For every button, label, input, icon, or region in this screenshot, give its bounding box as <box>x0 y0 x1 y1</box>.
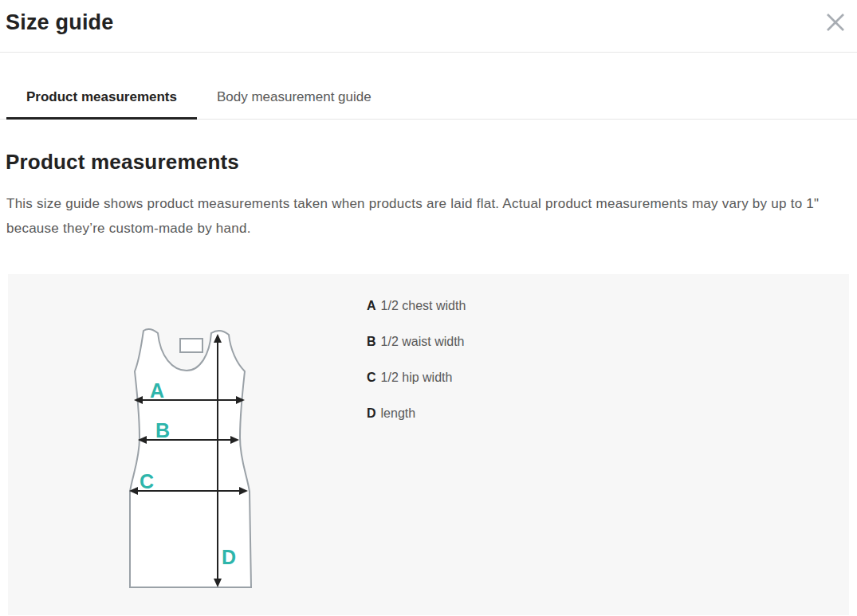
modal-header: Size guide <box>0 0 857 53</box>
neck-label-tag <box>180 339 202 352</box>
size-guide-modal: Size guide Product measurements Body mea… <box>0 0 857 615</box>
marker-letter-a: A <box>150 379 164 402</box>
legend-item-d: Dlength <box>367 406 466 420</box>
legend-text-a: 1/2 chest width <box>381 299 466 312</box>
marker-letter-c: C <box>140 470 154 492</box>
legend-item-b: B1/2 waist width <box>367 335 466 348</box>
garment-diagram: A B C D <box>120 318 279 597</box>
legend-text-c: 1/2 hip width <box>381 371 453 384</box>
tab-product-measurements[interactable]: Product measurements <box>6 89 197 120</box>
legend-key-a: A <box>367 299 376 312</box>
legend-key-d: D <box>367 406 376 420</box>
measurement-legend: A1/2 chest width B1/2 waist width C1/2 h… <box>367 299 466 442</box>
close-icon <box>822 9 849 36</box>
description-text: This size guide shows product measuremen… <box>6 191 820 241</box>
modal-title: Size guide <box>0 0 857 35</box>
legend-item-a: A1/2 chest width <box>367 299 466 312</box>
close-button[interactable] <box>822 9 849 36</box>
marker-letter-d: D <box>222 546 236 568</box>
diagram-panel: A B C D A1/2 chest width B1/2 waist widt… <box>8 274 849 615</box>
legend-text-d: length <box>381 406 416 420</box>
legend-key-c: C <box>367 371 376 384</box>
tab-body-measurement-guide[interactable]: Body measurement guide <box>197 89 391 119</box>
tab-bar: Product measurements Body measurement gu… <box>0 53 857 120</box>
section-heading: Product measurements <box>6 150 857 175</box>
legend-key-b: B <box>367 335 376 348</box>
legend-text-b: 1/2 waist width <box>381 335 465 348</box>
tab-content: Product measurements This size guide sho… <box>0 150 857 615</box>
marker-letter-b: B <box>155 419 170 441</box>
legend-item-c: C1/2 hip width <box>367 371 466 384</box>
